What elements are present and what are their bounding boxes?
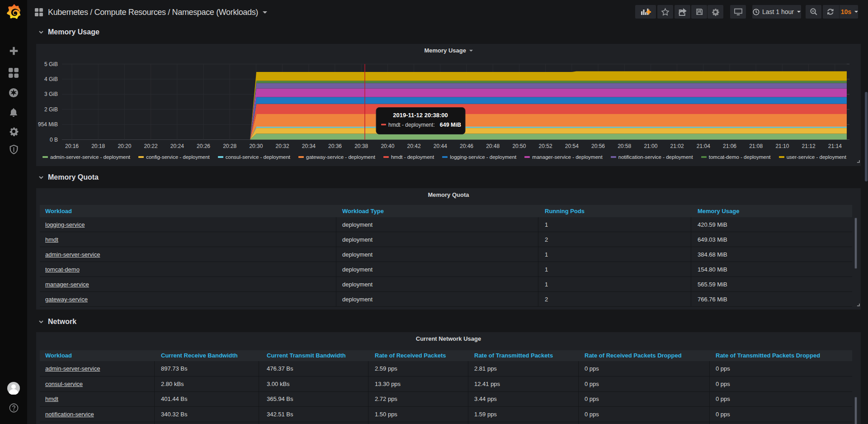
svg-text:20:56: 20:56: [591, 143, 605, 149]
svg-text:20:36: 20:36: [328, 143, 342, 149]
svg-text:2 GiB: 2 GiB: [44, 106, 58, 113]
svg-text:649 MiB: 649 MiB: [440, 122, 461, 128]
svg-text:20:28: 20:28: [223, 143, 236, 149]
svg-text:21:02: 21:02: [670, 143, 684, 149]
svg-text:20:32: 20:32: [276, 143, 289, 149]
svg-text:20:50: 20:50: [512, 143, 526, 149]
svg-text:20:20: 20:20: [118, 143, 131, 149]
svg-text:hmdt - deployment:: hmdt - deployment:: [388, 122, 435, 128]
svg-text:21:14: 21:14: [828, 143, 842, 149]
svg-text:20:54: 20:54: [565, 143, 579, 149]
svg-text:4 GiB: 4 GiB: [44, 76, 58, 82]
svg-text:2019-11-12 20:38:00: 2019-11-12 20:38:00: [393, 112, 448, 119]
svg-text:20:24: 20:24: [170, 143, 184, 149]
svg-text:20:52: 20:52: [539, 143, 552, 149]
svg-text:21:12: 21:12: [802, 143, 816, 149]
svg-text:20:22: 20:22: [144, 143, 158, 149]
svg-text:0 B: 0 B: [50, 137, 58, 143]
svg-text:20:48: 20:48: [486, 143, 500, 149]
svg-text:20:42: 20:42: [407, 143, 421, 149]
svg-text:20:46: 20:46: [460, 143, 473, 149]
svg-text:20:16: 20:16: [65, 143, 79, 149]
svg-text:20:40: 20:40: [381, 143, 394, 149]
svg-text:20:34: 20:34: [302, 143, 316, 149]
svg-text:20:58: 20:58: [618, 143, 631, 149]
svg-text:20:38: 20:38: [354, 143, 368, 149]
svg-text:20:30: 20:30: [249, 143, 263, 149]
svg-text:20:18: 20:18: [91, 143, 105, 149]
svg-text:20:26: 20:26: [197, 143, 210, 149]
svg-text:21:06: 21:06: [723, 143, 736, 149]
svg-text:3 GiB: 3 GiB: [44, 91, 58, 97]
svg-text:21:00: 21:00: [644, 143, 657, 149]
svg-text:21:08: 21:08: [749, 143, 763, 149]
svg-text:21:10: 21:10: [775, 143, 789, 149]
svg-text:21:04: 21:04: [697, 143, 710, 149]
svg-text:5 GiB: 5 GiB: [44, 61, 58, 67]
svg-text:20:44: 20:44: [434, 143, 447, 149]
svg-text:954 MiB: 954 MiB: [38, 121, 58, 128]
